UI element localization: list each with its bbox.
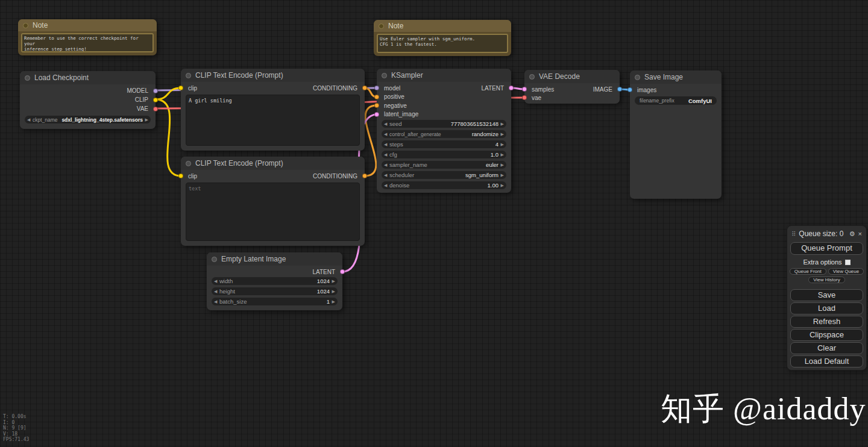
view-queue-button[interactable]: View Queue: [828, 268, 864, 275]
note-textarea[interactable]: Use Euler sampler with sgm_uniform. CFG …: [377, 34, 508, 53]
decrement-arrow-icon[interactable]: ◀: [384, 140, 387, 148]
clipspace-button[interactable]: Clipspace: [790, 329, 863, 341]
input-port-samples[interactable]: [522, 87, 527, 92]
queue-front-button[interactable]: Queue Front: [790, 268, 826, 275]
input-port-vae[interactable]: [522, 95, 527, 100]
node-vae-decode[interactable]: VAE Decode IMAGE samples vae: [524, 70, 620, 104]
node-title-bar[interactable]: Load Checkpoint: [20, 71, 156, 84]
widget-seed[interactable]: ◀ seed 777803651532148 ▶: [382, 120, 506, 128]
output-port-latent[interactable]: [340, 269, 345, 274]
decrement-arrow-icon[interactable]: ◀: [384, 151, 387, 158]
node-title-bar[interactable]: CLIP Text Encode (Prompt): [181, 157, 365, 170]
extra-options-checkbox[interactable]: [845, 260, 851, 265]
collapse-dot-icon[interactable]: [635, 75, 640, 80]
input-port-model[interactable]: [374, 86, 379, 90]
node-title-bar[interactable]: Empty Latent Image: [207, 252, 342, 266]
drag-handle-icon[interactable]: ⠿: [791, 231, 796, 237]
node-clip-text-encode-negative[interactable]: CLIP Text Encode (Prompt) clip CONDITION…: [181, 157, 365, 246]
node-title-bar[interactable]: Note: [374, 20, 511, 32]
extra-options-row: Extra options: [787, 258, 866, 266]
widget-filename-prefix[interactable]: filename_prefix ComfyUI: [635, 96, 717, 105]
prev-value-arrow-icon[interactable]: ◀: [384, 161, 387, 169]
widget-sampler-name[interactable]: ◀ sampler_name euler ▶: [382, 161, 506, 169]
widget-steps[interactable]: ◀ steps 4 ▶: [382, 140, 506, 148]
input-port-positive[interactable]: [374, 95, 379, 99]
close-icon[interactable]: ×: [858, 230, 862, 237]
clear-button[interactable]: Clear: [790, 342, 863, 354]
next-value-arrow-icon[interactable]: ▶: [501, 130, 504, 138]
input-port-negative[interactable]: [374, 103, 379, 108]
view-history-button[interactable]: View History: [808, 277, 844, 283]
collapse-dot-icon[interactable]: [23, 23, 28, 28]
widget-denoise[interactable]: ◀ denoise 1.00 ▶: [382, 181, 506, 189]
next-value-arrow-icon[interactable]: ▶: [501, 161, 504, 169]
collapse-dot-icon[interactable]: [382, 73, 387, 78]
next-value-arrow-icon[interactable]: ▶: [501, 171, 504, 179]
collapse-dot-icon[interactable]: [186, 73, 191, 78]
collapse-dot-icon[interactable]: [25, 75, 30, 81]
graph-canvas[interactable]: Note Remember to use the correct checkpo…: [0, 0, 868, 447]
decrement-arrow-icon[interactable]: ◀: [384, 181, 387, 189]
node-load-checkpoint[interactable]: Load Checkpoint MODEL CLIP VAE ◀ ckpt_na…: [20, 71, 156, 129]
increment-arrow-icon[interactable]: ▶: [501, 120, 504, 128]
node-title-bar[interactable]: CLIP Text Encode (Prompt): [181, 69, 365, 82]
input-port-images[interactable]: [627, 87, 632, 92]
input-port-clip[interactable]: [178, 86, 183, 90]
node-title-bar[interactable]: KSampler: [377, 69, 511, 82]
widget-scheduler[interactable]: ◀ scheduler sgm_uniform ▶: [382, 171, 506, 179]
node-clip-text-encode-positive[interactable]: CLIP Text Encode (Prompt) clip CONDITION…: [181, 69, 365, 151]
node-ksampler[interactable]: KSampler LATENT model positive negative …: [377, 69, 511, 193]
increment-arrow-icon[interactable]: ▶: [332, 298, 335, 305]
prev-value-arrow-icon[interactable]: ◀: [27, 116, 30, 123]
decrement-arrow-icon[interactable]: ◀: [214, 287, 217, 295]
port-row: clip CONDITIONING: [181, 172, 365, 180]
widget-cfg[interactable]: ◀ cfg 1.0 ▶: [382, 151, 506, 158]
decrement-arrow-icon[interactable]: ◀: [384, 120, 387, 128]
collapse-dot-icon[interactable]: [186, 161, 191, 166]
collapse-dot-icon[interactable]: [379, 23, 384, 29]
node-empty-latent-image[interactable]: Empty Latent Image LATENT ◀ width 1024 ▶…: [207, 252, 342, 310]
save-button[interactable]: Save: [790, 289, 863, 301]
output-port-conditioning[interactable]: [362, 86, 367, 90]
output-port-clip[interactable]: [153, 98, 158, 102]
next-value-arrow-icon[interactable]: ▶: [145, 116, 148, 123]
prompt-textarea[interactable]: A girl smiling: [186, 95, 360, 146]
input-port-latent-image[interactable]: [374, 112, 379, 117]
widget-label: batch_size: [219, 298, 247, 305]
node-save-image[interactable]: Save Image images filename_prefix ComfyU…: [630, 70, 722, 199]
refresh-button[interactable]: Refresh: [790, 316, 863, 328]
node-title-bar[interactable]: Save Image: [630, 70, 722, 84]
collapse-dot-icon[interactable]: [212, 257, 217, 262]
settings-gear-icon[interactable]: ⚙: [849, 230, 855, 238]
prompt-textarea[interactable]: text: [186, 183, 360, 241]
queue-prompt-button[interactable]: Queue Prompt: [790, 242, 863, 255]
increment-arrow-icon[interactable]: ▶: [501, 140, 504, 148]
increment-arrow-icon[interactable]: ▶: [332, 287, 335, 295]
load-default-button[interactable]: Load Default: [790, 355, 863, 367]
note-textarea[interactable]: Remember to use the correct checkpoint f…: [21, 33, 154, 52]
node-title-bar[interactable]: Note: [18, 19, 157, 31]
output-port-conditioning[interactable]: [362, 173, 367, 178]
increment-arrow-icon[interactable]: ▶: [332, 277, 335, 285]
decrement-arrow-icon[interactable]: ◀: [214, 277, 217, 285]
widget-width[interactable]: ◀ width 1024 ▶: [212, 277, 338, 285]
prev-value-arrow-icon[interactable]: ◀: [384, 130, 387, 138]
node-note-1[interactable]: Note Remember to use the correct checkpo…: [18, 19, 157, 55]
comfy-menu-panel[interactable]: ⠿ Queue size: 0 ⚙ × Queue Prompt Extra o…: [787, 225, 867, 370]
widget-height[interactable]: ◀ height 1024 ▶: [212, 287, 338, 295]
widget-control-after-generate[interactable]: ◀ control_after_generate randomize ▶: [382, 130, 506, 138]
output-port-model[interactable]: [153, 89, 158, 93]
output-port-vae[interactable]: [153, 107, 158, 111]
input-port-clip[interactable]: [178, 173, 183, 178]
prev-value-arrow-icon[interactable]: ◀: [384, 171, 387, 179]
widget-batch-size[interactable]: ◀ batch_size 1 ▶: [212, 298, 338, 305]
increment-arrow-icon[interactable]: ▶: [501, 151, 504, 158]
decrement-arrow-icon[interactable]: ◀: [214, 298, 217, 305]
load-button[interactable]: Load: [790, 302, 863, 314]
collapse-dot-icon[interactable]: [529, 74, 535, 80]
node-note-2[interactable]: Note Use Euler sampler with sgm_uniform.…: [374, 20, 511, 56]
node-title-bar[interactable]: VAE Decode: [524, 70, 620, 83]
increment-arrow-icon[interactable]: ▶: [501, 181, 504, 189]
widget-ckpt-name[interactable]: ◀ ckpt_name sdxl_lightning_4step.safeten…: [25, 116, 151, 123]
widget-label: sampler_name: [389, 161, 427, 168]
